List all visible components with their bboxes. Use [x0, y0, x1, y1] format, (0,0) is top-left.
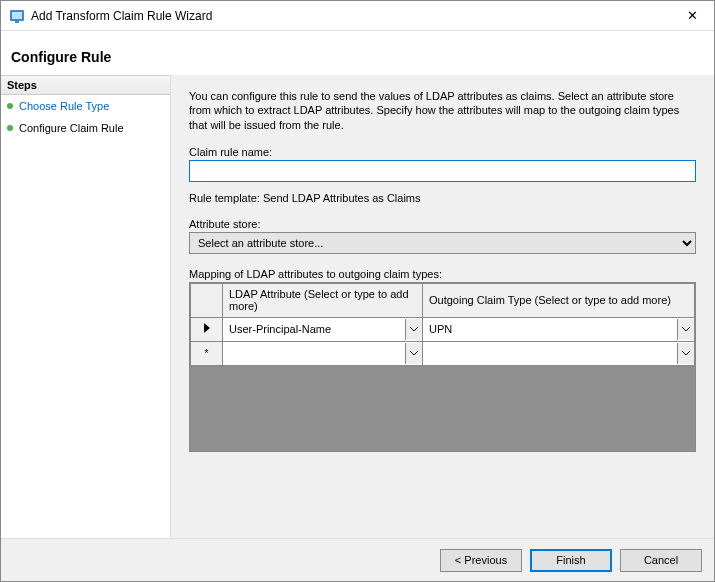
- chevron-down-icon[interactable]: [677, 319, 694, 340]
- footer: < Previous Finish Cancel: [1, 539, 714, 581]
- ldap-attribute-cell[interactable]: User-Principal-Name: [223, 317, 423, 341]
- rule-template-text: Rule template: Send LDAP Attributes as C…: [189, 192, 696, 204]
- grid-corner: [191, 283, 223, 317]
- mapping-table: LDAP Attribute (Select or type to add mo…: [190, 283, 695, 366]
- steps-header: Steps: [1, 75, 170, 95]
- row-marker-current[interactable]: [191, 317, 223, 341]
- step-configure-claim-rule: Configure Claim Rule: [1, 117, 170, 139]
- svg-rect-2: [15, 21, 19, 23]
- mapping-label: Mapping of LDAP attributes to outgoing c…: [189, 268, 696, 280]
- claim-type-cell[interactable]: UPN: [423, 317, 695, 341]
- chevron-down-icon[interactable]: [677, 343, 694, 364]
- step-current-label: Configure Claim Rule: [19, 122, 124, 134]
- attribute-store-label: Attribute store:: [189, 218, 696, 230]
- chevron-down-icon[interactable]: [405, 319, 422, 340]
- table-row: *: [191, 341, 695, 365]
- body: Steps Choose Rule Type Configure Claim R…: [1, 75, 714, 539]
- claim-rule-name-label: Claim rule name:: [189, 146, 696, 158]
- cancel-button[interactable]: Cancel: [620, 549, 702, 572]
- mapping-grid[interactable]: LDAP Attribute (Select or type to add mo…: [189, 282, 696, 452]
- table-row: User-Principal-Name UPN: [191, 317, 695, 341]
- row-marker-new[interactable]: *: [191, 341, 223, 365]
- app-icon: [9, 8, 25, 24]
- ldap-attribute-cell[interactable]: [223, 341, 423, 365]
- instructions-text: You can configure this rule to send the …: [189, 89, 696, 132]
- chevron-down-icon[interactable]: [405, 343, 422, 364]
- claim-rule-name-input[interactable]: [189, 160, 696, 182]
- col-header-claim[interactable]: Outgoing Claim Type (Select or type to a…: [423, 283, 695, 317]
- content-pane: You can configure this rule to send the …: [171, 75, 714, 538]
- window-title: Add Transform Claim Rule Wizard: [31, 9, 670, 23]
- titlebar: Add Transform Claim Rule Wizard ✕: [1, 1, 714, 31]
- col-header-ldap[interactable]: LDAP Attribute (Select or type to add mo…: [223, 283, 423, 317]
- bullet-icon: [7, 125, 13, 131]
- page-subtitle: Configure Rule: [1, 31, 714, 75]
- wizard-window: Add Transform Claim Rule Wizard ✕ Config…: [0, 0, 715, 582]
- claim-type-value: UPN: [423, 323, 677, 335]
- step-link-label[interactable]: Choose Rule Type: [19, 100, 109, 112]
- attribute-store-select[interactable]: Select an attribute store...: [189, 232, 696, 254]
- finish-button[interactable]: Finish: [530, 549, 612, 572]
- step-choose-rule-type[interactable]: Choose Rule Type: [1, 95, 170, 117]
- ldap-attribute-value: User-Principal-Name: [223, 323, 405, 335]
- steps-pane: Steps Choose Rule Type Configure Claim R…: [1, 75, 171, 538]
- svg-rect-1: [12, 12, 22, 19]
- bullet-icon: [7, 103, 13, 109]
- previous-button[interactable]: < Previous: [440, 549, 522, 572]
- claim-type-cell[interactable]: [423, 341, 695, 365]
- close-button[interactable]: ✕: [670, 1, 714, 31]
